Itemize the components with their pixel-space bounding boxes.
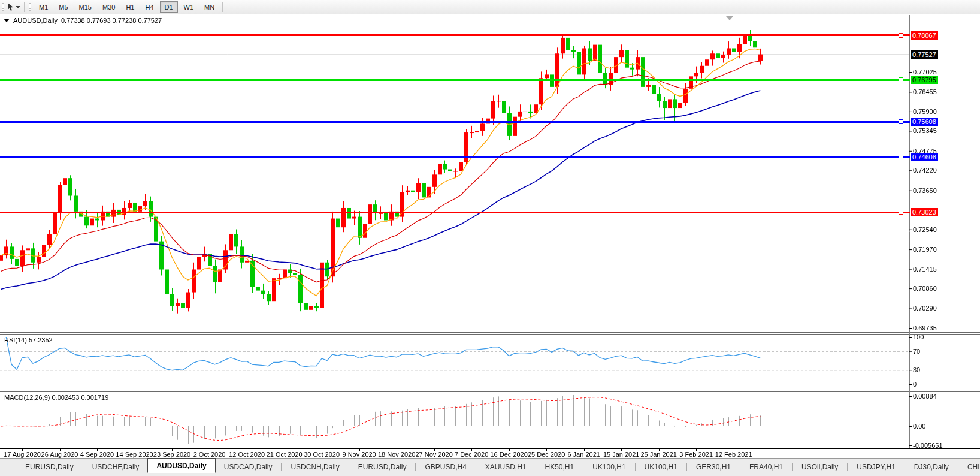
chart-canvas[interactable] bbox=[0, 14, 980, 459]
x-axis-label: 25 Dec 2020 bbox=[528, 451, 565, 458]
tab-separator bbox=[83, 463, 83, 471]
chart-tab-fra40-h1[interactable]: FRA40,H1 bbox=[741, 460, 791, 473]
chart-tab-gbpusd-h4[interactable]: GBPUSD,H4 bbox=[416, 460, 474, 473]
chart-tab-uk100-h1[interactable]: UK100,H1 bbox=[584, 460, 634, 473]
toolbar-separator bbox=[222, 2, 223, 12]
chart-tab-usdcad-daily[interactable]: USDCAD,Daily bbox=[216, 460, 281, 473]
x-axis-label: 6 Jan 2021 bbox=[567, 451, 600, 458]
toolbar-grip[interactable] bbox=[29, 3, 31, 11]
rsi-axis-label: 0 bbox=[913, 381, 917, 388]
x-axis-label: 4 Sep 2020 bbox=[80, 451, 114, 458]
chart-menu-icon[interactable] bbox=[4, 19, 10, 22]
timeframe-button-h4[interactable]: H4 bbox=[140, 1, 158, 13]
chart-tab-dj30-daily[interactable]: DJ30,Daily bbox=[906, 460, 957, 473]
y-axis-label: 0.73650 bbox=[913, 187, 937, 194]
x-axis-label: 7 Dec 2020 bbox=[455, 451, 488, 458]
chart-tab-usdcnh-daily[interactable]: USDCNH,Daily bbox=[282, 460, 347, 473]
chart-tab-hk50-h1[interactable]: HK50,H1 bbox=[537, 460, 583, 473]
chart-tab-xauusd-h1[interactable]: XAUUSD,H1 bbox=[477, 460, 535, 473]
chart-title: AUDUSD,Daily 0.77338 0.77693 0.77238 0.7… bbox=[4, 17, 162, 24]
price-line-handle[interactable] bbox=[899, 33, 903, 38]
top-toolbar: M1M5M15M30H1H4D1W1MN bbox=[0, 0, 980, 14]
symbol-label: AUDUSD,Daily bbox=[13, 17, 58, 24]
rsi-axis-label: 70 bbox=[913, 348, 920, 355]
x-axis-label: 17 Aug 2020 bbox=[4, 451, 41, 458]
horizontal-price-line[interactable] bbox=[0, 121, 910, 123]
tab-separator bbox=[847, 463, 848, 471]
y-axis-label: 0.69735 bbox=[913, 324, 937, 332]
x-axis-label: 25 Jan 2021 bbox=[640, 451, 677, 458]
price-line-handle[interactable] bbox=[899, 210, 903, 215]
timeframe-button-group: M1M5M15M30H1H4D1W1MN bbox=[34, 1, 220, 13]
y-axis-label: 0.71970 bbox=[913, 246, 937, 253]
price-line-handle[interactable] bbox=[899, 155, 903, 159]
tab-separator bbox=[958, 463, 958, 471]
chart-area: 0.770250.764550.759000.753450.747750.742… bbox=[0, 14, 980, 459]
tab-separator bbox=[905, 463, 905, 471]
timeframe-button-h1[interactable]: H1 bbox=[121, 1, 139, 13]
y-axis-label: 0.76455 bbox=[913, 88, 937, 95]
scroll-to-end-icon[interactable] bbox=[726, 16, 733, 20]
x-axis-label: 9 Nov 2020 bbox=[342, 451, 376, 458]
tab-separator bbox=[415, 463, 416, 471]
mt4-window: { "toolbar": { "timeframes": [ {"label":… bbox=[0, 0, 980, 476]
chart-tab-usdchf-daily[interactable]: USDCHF,Daily bbox=[84, 460, 148, 473]
x-axis-label: 27 Nov 2020 bbox=[415, 451, 452, 458]
tab-separator bbox=[740, 463, 740, 471]
current-price-badge: 0.77527 bbox=[911, 50, 938, 59]
macd-axis-label: -0.005651 bbox=[913, 442, 943, 449]
tab-separator bbox=[349, 463, 349, 471]
toolbar-grip[interactable] bbox=[2, 3, 4, 11]
horizontal-price-line[interactable] bbox=[0, 34, 910, 36]
price-line-handle[interactable] bbox=[899, 119, 903, 124]
cursor-tool-button[interactable] bbox=[7, 3, 20, 11]
x-axis-label: 26 Aug 2020 bbox=[41, 451, 78, 458]
tab-separator bbox=[635, 463, 636, 471]
x-axis-label: 30 Oct 2020 bbox=[304, 451, 340, 458]
y-axis-label: 0.70290 bbox=[913, 305, 937, 312]
tab-separator bbox=[583, 463, 583, 471]
macd-axis-label: 0.00 bbox=[913, 423, 925, 430]
x-axis-label: 23 Sep 2020 bbox=[153, 451, 190, 458]
ohlc-values: 0.77338 0.77693 0.77238 0.77527 bbox=[61, 17, 162, 24]
price-line-handle[interactable] bbox=[899, 77, 903, 82]
tab-separator bbox=[476, 463, 476, 471]
timeframe-button-m15[interactable]: M15 bbox=[74, 1, 96, 13]
price-line-badge: 0.75608 bbox=[911, 118, 938, 126]
rsi-axis-label: 100 bbox=[913, 333, 924, 341]
tab-separator bbox=[281, 463, 282, 471]
y-axis-label: 0.75900 bbox=[913, 108, 937, 115]
x-axis-label: 12 Oct 2020 bbox=[229, 451, 265, 458]
chart-tab-uk100-h1[interactable]: UK100,H1 bbox=[636, 460, 686, 473]
horizontal-price-line[interactable] bbox=[0, 79, 910, 81]
x-axis-label: 2 Oct 2020 bbox=[193, 451, 226, 458]
timeframe-button-w1[interactable]: W1 bbox=[179, 1, 199, 13]
x-axis-label: 21 Oct 2020 bbox=[267, 451, 303, 458]
timeframe-button-d1[interactable]: D1 bbox=[160, 1, 178, 13]
chart-tab-usdjpy-h1[interactable]: USDJPY,H1 bbox=[848, 460, 903, 473]
chart-tab-audusd-daily[interactable]: AUDUSD,Daily bbox=[147, 458, 215, 473]
chart-tab-china300-h1[interactable]: CHINA300,H1 bbox=[959, 460, 980, 473]
timeframe-button-m30[interactable]: M30 bbox=[98, 1, 120, 13]
chart-tabs: EURUSD,DailyUSDCHF,DailyAUDUSD,DailyUSDC… bbox=[17, 459, 980, 473]
timeframe-button-mn[interactable]: MN bbox=[199, 1, 219, 13]
chart-tab-eurusd-daily[interactable]: EURUSD,Daily bbox=[17, 460, 82, 473]
price-line-badge: 0.78067 bbox=[911, 31, 938, 40]
timeframe-button-m5[interactable]: M5 bbox=[54, 1, 72, 13]
horizontal-price-line[interactable] bbox=[0, 156, 910, 158]
rsi-axis-label: 30 bbox=[913, 366, 920, 373]
macd-label: MACD(12,26,9) 0.002453 0.001719 bbox=[4, 394, 108, 401]
price-line-badge: 0.73023 bbox=[911, 208, 938, 216]
chart-tab-usoil-daily[interactable]: USOil,Daily bbox=[793, 460, 846, 473]
chevron-down-icon[interactable] bbox=[16, 6, 20, 8]
horizontal-price-line[interactable] bbox=[0, 212, 910, 213]
cursor-icon bbox=[7, 3, 14, 11]
chart-tab-eurusd-daily[interactable]: EURUSD,Daily bbox=[350, 460, 415, 473]
chart-tab-ger30-h1[interactable]: GER30,H1 bbox=[688, 460, 739, 473]
y-axis-label: 0.70860 bbox=[913, 285, 937, 292]
y-axis-label: 0.77025 bbox=[913, 68, 937, 76]
tab-separator bbox=[686, 463, 687, 471]
timeframe-button-m1[interactable]: M1 bbox=[34, 1, 53, 13]
macd-axis-label: 0.00884 bbox=[913, 393, 937, 400]
chart-tab-bar: EURUSD,DailyUSDCHF,DailyAUDUSD,DailyUSDC… bbox=[0, 458, 980, 476]
